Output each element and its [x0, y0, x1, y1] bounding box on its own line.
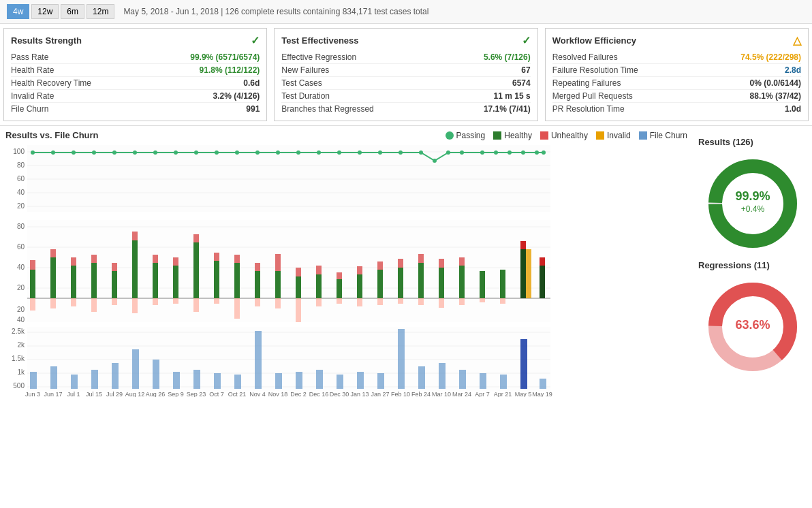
svg-rect-53	[30, 260, 35, 270]
svg-text:Jul 29: Jul 29	[106, 391, 123, 397]
svg-text:May 5: May 5	[515, 391, 532, 397]
svg-rect-104	[377, 261, 383, 270]
svg-rect-66	[112, 298, 117, 305]
svg-rect-155	[377, 373, 384, 389]
card-test-effectiveness: Test Effectiveness ✓ Effective Regressio…	[274, 28, 537, 121]
svg-rect-97	[337, 279, 342, 298]
svg-rect-61	[91, 263, 97, 298]
svg-point-37	[521, 150, 525, 155]
legend-passing: Passing	[446, 131, 486, 140]
file-churn-chart: 2.5k 2k 1.5k 1k 500	[5, 326, 687, 397]
svg-rect-99	[337, 298, 342, 304]
svg-rect-150	[275, 373, 282, 389]
svg-rect-69	[132, 298, 138, 313]
svg-rect-125	[540, 266, 545, 298]
value-repeating-failures: 0% (0.0/6144)	[750, 78, 801, 88]
svg-rect-149	[255, 331, 262, 389]
svg-rect-60	[71, 298, 76, 306]
svg-text:Jul 15: Jul 15	[86, 391, 102, 397]
bar-chart: 80 60 40 20 20 40	[5, 217, 687, 326]
svg-rect-89	[275, 254, 281, 271]
svg-rect-148	[234, 375, 241, 389]
svg-rect-94	[316, 274, 322, 298]
date-range: May 5, 2018 - Jun 1, 2018 | 126 complete…	[123, 7, 428, 16]
svg-rect-118	[480, 271, 485, 298]
svg-text:Sep 9: Sep 9	[168, 391, 184, 397]
svg-rect-90	[275, 298, 281, 308]
pass-rate-chart: 100 80 60 40 20	[5, 142, 687, 217]
svg-text:500: 500	[13, 382, 25, 390]
legend-invalid-label: Invalid	[607, 131, 631, 140]
legend-unhealthy-label: Unhealthy	[551, 131, 588, 140]
value-failure-resolution-time: 2.8d	[785, 65, 801, 75]
svg-rect-83	[234, 255, 240, 263]
svg-text:Feb 24: Feb 24	[411, 391, 431, 397]
svg-rect-124	[526, 249, 531, 298]
label-health-recovery: Health Recovery Time	[11, 78, 91, 88]
svg-text:40: 40	[17, 189, 25, 196]
svg-rect-138	[30, 372, 37, 389]
card-results-strength: Results Strength ✓ Pass Rate 99.9% (6571…	[3, 28, 267, 121]
btn-12m[interactable]: 12m	[87, 4, 114, 19]
svg-text:+0.4%: +0.4%	[740, 204, 764, 214]
svg-text:Oct 21: Oct 21	[228, 391, 247, 397]
svg-rect-147	[214, 373, 221, 389]
row-failure-resolution-time: Failure Resolution Time 2.8d	[552, 64, 801, 77]
card-workflow-efficiency-header: Workflow Efficiency △	[552, 34, 801, 47]
row-test-duration: Test Duration 11 m 15 s	[281, 90, 530, 103]
svg-rect-159	[459, 370, 466, 389]
svg-rect-121	[500, 298, 505, 304]
label-pr-resolution-time: PR Resolution Time	[552, 104, 625, 114]
svg-rect-115	[459, 266, 465, 298]
svg-point-36	[507, 150, 512, 155]
svg-rect-157	[418, 366, 425, 389]
regressions-donut-svg: 63.6%	[702, 276, 804, 378]
label-repeating-failures: Repeating Failures	[552, 78, 621, 88]
btn-12w[interactable]: 12w	[31, 4, 59, 19]
svg-point-22	[255, 150, 260, 155]
svg-rect-161	[500, 375, 507, 389]
svg-text:Dec 30: Dec 30	[330, 391, 349, 397]
svg-text:Jan 27: Jan 27	[371, 391, 389, 397]
right-panel: Results (126) 99.9% +0.4% Regressions (1…	[693, 126, 812, 397]
value-resolved-failures: 74.5% (222/298)	[740, 52, 801, 62]
value-test-duration: 11 m 15 s	[494, 91, 531, 101]
row-effective-regression: Effective Regression 5.6% (7/126)	[281, 51, 530, 64]
svg-text:Sep 23: Sep 23	[187, 391, 206, 397]
value-health-recovery: 0.6d	[243, 78, 260, 88]
svg-rect-160	[480, 373, 486, 389]
svg-rect-123	[520, 241, 526, 249]
label-merged-pull-requests: Merged Pull Requests	[552, 91, 633, 101]
svg-rect-85	[255, 271, 260, 298]
invalid-sq-icon	[596, 131, 604, 140]
legend-healthy-label: Healthy	[504, 131, 532, 140]
svg-rect-88	[275, 271, 281, 298]
svg-text:May 19: May 19	[532, 391, 552, 397]
svg-rect-75	[173, 298, 178, 304]
svg-point-30	[419, 150, 423, 155]
value-branches-regressed: 17.1% (7/41)	[484, 104, 531, 114]
row-repeating-failures: Repeating Failures 0% (0.0/6144)	[552, 77, 801, 90]
btn-4w[interactable]: 4w	[7, 4, 29, 19]
row-file-churn: File Churn 991	[11, 103, 260, 115]
svg-rect-144	[153, 360, 159, 389]
svg-rect-109	[418, 263, 424, 298]
svg-rect-139	[50, 366, 57, 389]
cards-row: Results Strength ✓ Pass Rate 99.9% (6571…	[0, 24, 812, 126]
btn-6m[interactable]: 6m	[61, 4, 84, 19]
svg-rect-141	[91, 370, 98, 389]
results-donut-container: 99.9% +0.4%	[698, 153, 807, 255]
svg-point-18	[174, 150, 178, 155]
svg-point-34	[480, 150, 484, 155]
svg-rect-151	[296, 372, 302, 389]
svg-text:Dec 2: Dec 2	[290, 391, 307, 397]
card-workflow-efficiency-title: Workflow Efficiency	[552, 35, 636, 46]
chart-title: Results vs. File Churn	[5, 126, 99, 142]
label-resolved-failures: Resolved Failures	[552, 52, 618, 62]
label-failure-resolution-time: Failure Resolution Time	[552, 65, 638, 75]
svg-rect-110	[418, 254, 424, 263]
svg-text:Mar 24: Mar 24	[452, 391, 471, 397]
legend-filechurn-label: File Churn	[650, 131, 687, 140]
svg-rect-81	[214, 298, 219, 304]
svg-rect-103	[377, 270, 383, 298]
